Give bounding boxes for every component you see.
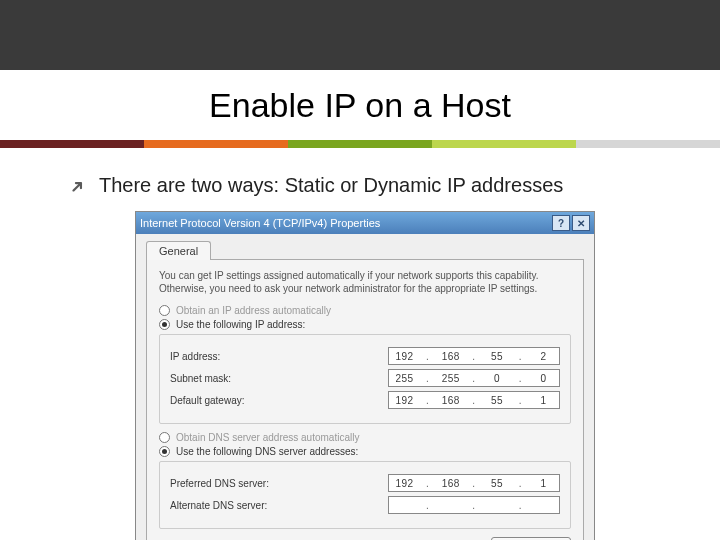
radio-auto-dns[interactable]: Obtain DNS server address automatically	[159, 432, 571, 443]
ip-address-field[interactable]: 192. 168. 55. 2	[388, 347, 560, 365]
ipv4-properties-dialog: Internet Protocol Version 4 (TCP/IPv4) P…	[135, 211, 595, 540]
bullet-text: There are two ways: Static or Dynamic IP…	[99, 174, 563, 197]
slide-content: ➜ There are two ways: Static or Dynamic …	[0, 148, 720, 540]
preferred-dns-field[interactable]: 192. 168. 55. 1	[388, 474, 560, 492]
default-gateway-field[interactable]: 192. 168. 55. 1	[388, 391, 560, 409]
ip-address-label: IP address:	[170, 351, 220, 362]
dialog-title: Internet Protocol Version 4 (TCP/IPv4) P…	[140, 217, 380, 229]
slide-top-band	[0, 0, 720, 70]
accent-stripe	[0, 140, 720, 148]
subnet-mask-label: Subnet mask:	[170, 373, 231, 384]
radio-icon	[159, 319, 170, 330]
arrow-icon: ➜	[64, 172, 90, 198]
radio-static-dns[interactable]: Use the following DNS server addresses:	[159, 446, 571, 457]
radio-static-ip[interactable]: Use the following IP address:	[159, 319, 571, 330]
subnet-mask-field[interactable]: 255. 255. 0. 0	[388, 369, 560, 387]
page-title: Enable IP on a Host	[209, 86, 511, 125]
dialog-titlebar: Internet Protocol Version 4 (TCP/IPv4) P…	[136, 212, 594, 234]
radio-auto-ip[interactable]: Obtain an IP address automatically	[159, 305, 571, 316]
radio-icon	[159, 446, 170, 457]
radio-icon	[159, 305, 170, 316]
alternate-dns-field[interactable]: . . .	[388, 496, 560, 514]
ip-group: IP address: 192. 168. 55. 2 Subnet mask:…	[159, 334, 571, 424]
slide-title-band: Enable IP on a Host	[0, 70, 720, 140]
close-icon[interactable]: ✕	[572, 215, 590, 231]
tab-general[interactable]: General	[146, 241, 211, 260]
alternate-dns-label: Alternate DNS server:	[170, 500, 267, 511]
dns-group: Preferred DNS server: 192. 168. 55. 1 Al…	[159, 461, 571, 529]
default-gateway-label: Default gateway:	[170, 395, 245, 406]
help-icon[interactable]: ?	[552, 215, 570, 231]
preferred-dns-label: Preferred DNS server:	[170, 478, 269, 489]
radio-icon	[159, 432, 170, 443]
bullet-item: ➜ There are two ways: Static or Dynamic …	[70, 174, 660, 197]
dialog-description: You can get IP settings assigned automat…	[159, 270, 571, 295]
